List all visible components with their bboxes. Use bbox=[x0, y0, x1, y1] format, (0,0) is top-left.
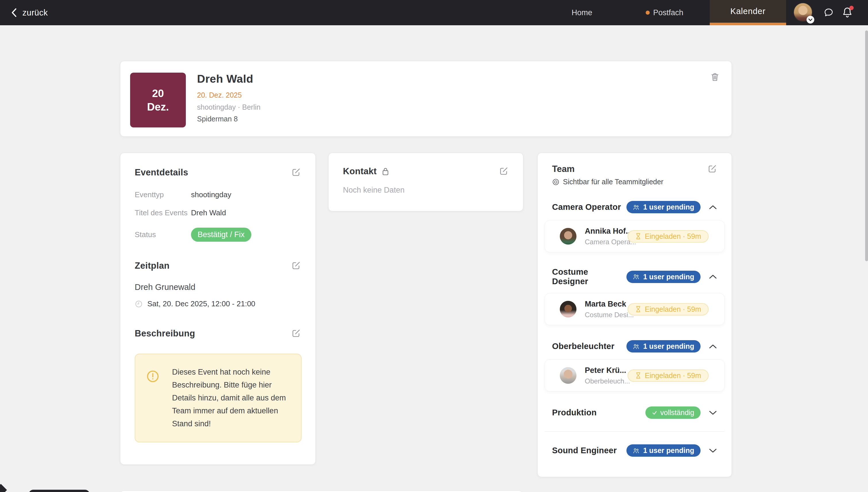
edit-icon bbox=[291, 328, 301, 338]
titel-value: Dreh Wald bbox=[191, 208, 226, 217]
back-button[interactable]: zurück bbox=[10, 0, 48, 25]
hourglass-icon bbox=[635, 306, 641, 313]
users-icon bbox=[633, 274, 640, 280]
date-day: 20 bbox=[152, 87, 164, 100]
titel-row: Titel des Events Dreh Wald bbox=[135, 208, 301, 217]
users-icon bbox=[633, 204, 640, 211]
chevron-down-icon bbox=[709, 410, 717, 416]
invited-badge: Eingeladen · 59m bbox=[628, 369, 709, 382]
chevron-up-icon bbox=[709, 204, 717, 210]
nav-item-postfach[interactable]: Postfach bbox=[646, 0, 683, 25]
chevron-up-icon bbox=[709, 274, 717, 279]
kontakt-heading: Kontakt bbox=[343, 166, 377, 176]
bottom-left-tail bbox=[0, 484, 7, 492]
users-icon bbox=[633, 343, 640, 350]
role-header-sound-engineer: Sound Engineer 1 user pending bbox=[538, 444, 732, 457]
edit-icon bbox=[707, 164, 717, 174]
nav-item-home[interactable]: Home bbox=[571, 0, 592, 25]
bottom-left-dark-element[interactable] bbox=[29, 490, 90, 492]
chevron-left-icon bbox=[10, 8, 18, 18]
divider bbox=[545, 432, 725, 432]
invited-badge: Eingeladen · 59m bbox=[628, 303, 709, 316]
edit-team-button[interactable] bbox=[707, 164, 717, 174]
collapse-role-button[interactable] bbox=[709, 204, 717, 210]
zeitplan-datetime: Sat, 20. Dec 2025, 12:00 - 21:00 bbox=[147, 299, 255, 308]
edit-icon bbox=[499, 166, 509, 176]
chevron-up-icon bbox=[709, 344, 717, 349]
clock-icon bbox=[135, 300, 143, 308]
expand-role-button[interactable] bbox=[709, 410, 717, 416]
role-header-camera-operator: Camera Operator 1 user pending bbox=[538, 201, 732, 213]
nav-item-kalender[interactable]: Kalender bbox=[710, 0, 786, 25]
beschreibung-heading: Beschreibung bbox=[135, 328, 195, 339]
hourglass-icon bbox=[635, 233, 641, 240]
back-label: zurück bbox=[22, 8, 48, 18]
chat-bubble-icon bbox=[823, 7, 834, 18]
event-date-badge: 20 Dez. bbox=[130, 73, 186, 127]
warning-icon bbox=[146, 370, 159, 383]
warning-text: Dieses Event hat noch keine Beschreibung… bbox=[172, 366, 289, 430]
check-icon bbox=[652, 410, 657, 416]
kontakt-card: Kontakt Noch keine Daten bbox=[328, 153, 523, 211]
date-month: Dez. bbox=[147, 100, 169, 114]
zeitplan-datetime-row: Sat, 20. Dec 2025, 12:00 - 21:00 bbox=[135, 299, 301, 308]
team-heading: Team bbox=[552, 164, 575, 174]
edit-kontakt-button[interactable] bbox=[499, 166, 509, 176]
notification-dot bbox=[849, 6, 854, 10]
scrollbar-thumb[interactable] bbox=[865, 30, 868, 261]
role-header-costume-designer: Costume Designer 1 user pending bbox=[538, 267, 732, 286]
hourglass-icon bbox=[635, 372, 641, 379]
event-title: Dreh Wald bbox=[197, 73, 260, 85]
status-row: Status Bestätigt / Fix bbox=[135, 228, 301, 242]
event-date-line: 20. Dez. 2025 bbox=[197, 91, 260, 99]
avatar-dropdown-badge[interactable] bbox=[806, 16, 814, 24]
chat-button[interactable] bbox=[823, 0, 834, 25]
postfach-notification-dot bbox=[646, 10, 650, 15]
titel-label: Titel des Events bbox=[135, 208, 191, 217]
edit-eventdetails-button[interactable] bbox=[291, 167, 301, 177]
zeitplan-title: Dreh Grunewald bbox=[135, 282, 301, 292]
expand-role-button[interactable] bbox=[709, 448, 717, 453]
collapse-role-button[interactable] bbox=[709, 344, 717, 349]
partial-card-below bbox=[120, 491, 523, 492]
users-icon bbox=[633, 447, 640, 454]
avatar bbox=[560, 301, 577, 318]
eye-icon bbox=[552, 178, 560, 186]
pending-badge: 1 user pending bbox=[627, 444, 701, 457]
notifications-button[interactable] bbox=[842, 0, 853, 25]
event-details-card: Eventdetails Eventtyp shootingday Titel … bbox=[120, 153, 316, 465]
status-label: Status bbox=[135, 230, 191, 239]
edit-zeitplan-button[interactable] bbox=[291, 261, 301, 270]
role-header-oberbeleuchter: Oberbeleuchter 1 user pending bbox=[538, 340, 732, 352]
eventtyp-row: Eventtyp shootingday bbox=[135, 190, 301, 199]
kontakt-empty-text: Noch keine Daten bbox=[343, 186, 509, 195]
lock-icon bbox=[382, 167, 389, 176]
chevron-down-icon bbox=[709, 448, 717, 453]
member-row-peter[interactable]: Peter Krü... Oberbeleuch... Eingeladen ·… bbox=[545, 360, 725, 392]
edit-icon bbox=[291, 261, 301, 270]
avatar bbox=[560, 367, 577, 384]
delete-event-button[interactable] bbox=[710, 72, 720, 82]
eventtyp-value: shootingday bbox=[191, 190, 231, 199]
status-badge: Bestätigt / Fix bbox=[191, 228, 251, 242]
no-description-warning: Dieses Event hat noch keine Beschreibung… bbox=[135, 354, 302, 442]
eventdetails-heading: Eventdetails bbox=[135, 167, 188, 178]
edit-icon bbox=[291, 167, 301, 177]
pending-badge: 1 user pending bbox=[627, 340, 701, 352]
team-card: Team Sichtbar für alle Teammitglieder Ca… bbox=[537, 153, 732, 477]
invited-badge: Eingeladen · 59m bbox=[628, 230, 709, 243]
role-header-produktion: Produktion vollständig bbox=[538, 407, 732, 419]
member-row-annika[interactable]: Annika Hof... Camera Opera... Eingeladen… bbox=[545, 220, 725, 252]
collapse-role-button[interactable] bbox=[709, 274, 717, 279]
event-project: Spiderman 8 bbox=[197, 115, 260, 123]
complete-badge: vollständig bbox=[646, 407, 701, 419]
edit-beschreibung-button[interactable] bbox=[291, 328, 301, 338]
member-row-marta[interactable]: Marta Beck Costume Desi... Eingeladen · … bbox=[545, 293, 725, 325]
trash-icon bbox=[710, 72, 720, 82]
pending-badge: 1 user pending bbox=[627, 271, 701, 283]
chevron-down-icon bbox=[808, 18, 813, 21]
avatar bbox=[560, 228, 577, 245]
zeitplan-heading: Zeitplan bbox=[135, 261, 169, 271]
top-navbar: zurück Home Postfach Kalender bbox=[0, 0, 868, 25]
user-avatar[interactable] bbox=[794, 3, 812, 21]
